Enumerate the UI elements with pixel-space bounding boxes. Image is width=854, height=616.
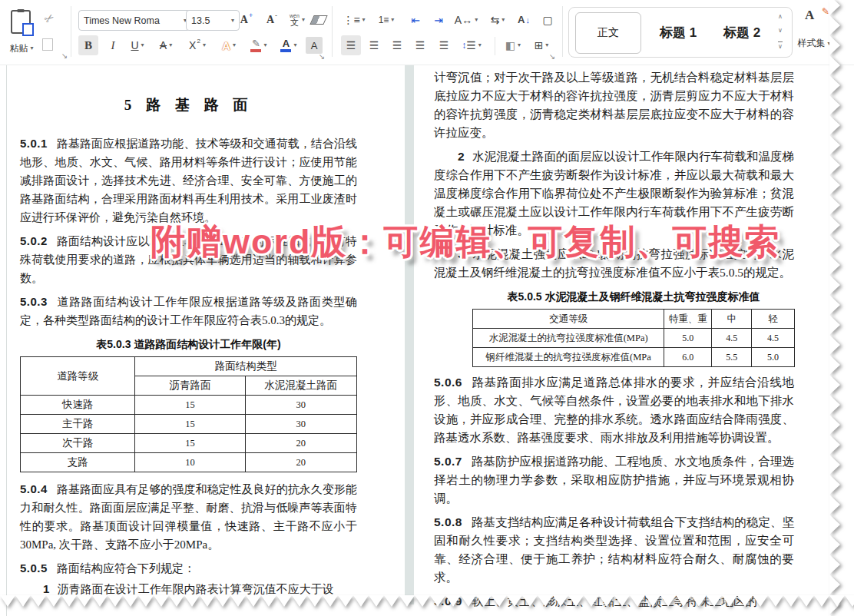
gallery-more-button[interactable]: ∨ (773, 40, 787, 51)
align-right-button[interactable]: ☰ (387, 35, 407, 55)
text-effects-button[interactable]: A ▾ (217, 35, 241, 55)
text-effects-icon: A (222, 39, 230, 52)
highlight-color-button[interactable]: ✎ ▾ (246, 35, 272, 55)
table-row: 主干路 15 30 (21, 415, 357, 434)
shading-button[interactable]: ◧ ▾ (501, 35, 525, 55)
table-cell: 15 (135, 434, 245, 453)
justify-button[interactable]: ☰ (410, 35, 430, 55)
bullet-list-button[interactable]: ⋮≡ ▾ (341, 10, 367, 29)
ribbon-toolbar: 粘贴 ▾ ✂ ↘ Times New Roma ▾ 13.5 ▾ A + A - (0, 0, 854, 65)
chevron-down-icon: ▾ (518, 42, 521, 48)
launcher-arrow-icon: ↘ (319, 52, 325, 61)
underline-icon: U (131, 39, 138, 51)
document-page-left[interactable]: 5 路 基 路 面 5.0.1路基路面应根据道路功能、技术等级和交通荷载，结合沿… (6, 65, 405, 616)
gallery-up-button[interactable]: ∧ (773, 11, 787, 22)
sort-button[interactable]: A ↓ (513, 10, 535, 29)
clause-text: 软土、黄土、膨胀土、红黏土、盐渍土等特殊土地区的 (472, 594, 757, 608)
distribute-icon: ☰ (439, 40, 449, 51)
style-set-label-button[interactable]: 样式集 ▾ (791, 37, 837, 50)
align-left-button[interactable]: ☰ (341, 35, 361, 55)
paste-label: 粘贴 (9, 42, 28, 55)
chevron-down-icon: ▾ (203, 42, 206, 48)
table-header: 交通等级 (473, 310, 664, 329)
text-direction-button[interactable]: A↔ ▾ (452, 10, 481, 29)
style-set-button[interactable]: A ✎ (805, 8, 826, 29)
table-cell: 5.5 (712, 348, 752, 367)
clause-text: 路基防护应根据道路功能、工程地质、水文地质条件，合理选择岩土的物理力学参数，采取… (434, 455, 794, 505)
phonetic-guide-button[interactable]: wén 文 ▾ (284, 10, 310, 29)
table-header: 路面结构类型 (135, 357, 357, 376)
superscript-button[interactable]: X 2 ▾ (184, 35, 210, 55)
mini-separator (495, 37, 495, 55)
table-caption-503: 表5.0.3 道路路面结构设计工作年限(年) (20, 335, 357, 353)
style-chip-heading2[interactable]: 标题 2 (715, 12, 769, 52)
style-chip-normal[interactable]: 正文 (575, 12, 641, 54)
chevron-down-icon: ▾ (141, 42, 144, 48)
swap-arrows-icon: ⇆ (491, 15, 500, 25)
clause-text: 道路路面结构设计工作年限应根据道路等级及路面类型确定，各种类型路面结构的设计工作… (20, 296, 357, 326)
clipboard-dialog-launcher[interactable]: ↘ (58, 49, 71, 61)
clipboard-tab (18, 9, 25, 12)
clause-number: 5.0.9 (434, 594, 462, 608)
strikethrough-button[interactable]: A ▾ (154, 35, 178, 55)
line-spacing-button[interactable]: ↕ ☰ ▾ (458, 35, 485, 55)
clause-number: 5.0.5 (20, 561, 48, 575)
paragraph-5-0-9: 5.0.9软土、黄土、膨胀土、红黏土、盐渍土等特殊土地区的 (434, 592, 794, 611)
clause-number: 5.0.8 (434, 515, 462, 528)
copy-button[interactable] (38, 35, 57, 54)
text-frame-button[interactable]: ▢ (538, 10, 558, 29)
table-503: 道路等级 路面结构类型 沥青路面 水泥混凝土路面 快速路 15 30 主干路 1… (20, 356, 357, 472)
clear-format-button[interactable] (310, 12, 327, 28)
table-cell: 钢纤维混凝土的抗弯拉强度标准值(MPa (473, 348, 664, 367)
page-gap (405, 65, 414, 604)
bold-button[interactable]: B (78, 35, 98, 55)
font-dialog-launcher[interactable]: ↘ (316, 51, 327, 61)
borders-grid-icon: ⊞ (535, 40, 544, 51)
promo-watermark: 附赠word版：可编辑、可复制、可搜索 (151, 219, 781, 265)
style-normal-label: 正文 (597, 26, 619, 40)
item-text: 沥青路面在设计工作年限内路表计算弯沉值不应大于设 (58, 583, 334, 595)
paragraph-5-0-6: 5.0.6路基路面排水应满足道路总体排水的要求，并应结合沿线地形、地质、水文、气… (434, 373, 794, 447)
paragraph-5-0-3: 5.0.3道路路面结构设计工作年限应根据道路等级及路面类型确定，各种类型路面结构… (20, 293, 357, 330)
table-header: 中 (712, 310, 752, 329)
table-header: 道路等级 (21, 357, 135, 396)
font-color-button[interactable]: A ▾ (276, 35, 301, 55)
group-separator (332, 6, 333, 57)
paragraph-continuation: 计弯沉值；对于次干路及以上等级道路，无机结合料稳定材料基层层底拉应力不应大于材料… (434, 68, 794, 142)
paragraph-dialog-launcher[interactable]: ↘ (547, 51, 558, 61)
cut-button[interactable]: ✂ (40, 9, 58, 28)
table-row: 水泥混凝土的抗弯拉强度标准值(MPa) 5.0 4.5 4.5 (473, 329, 795, 348)
font-size-select[interactable]: 13.5 ▾ (186, 10, 240, 31)
increase-indent-button[interactable]: ⇥ (429, 10, 449, 29)
gallery-down-button[interactable]: ∨ (773, 25, 787, 36)
bullet-list-icon: ⋮≡ (343, 15, 359, 25)
chevron-up-icon: ∧ (778, 13, 783, 20)
decrease-indent-button[interactable]: ⇤ (405, 10, 425, 29)
table-cell: 20 (245, 453, 356, 472)
table-cell: 6.0 (664, 348, 712, 367)
align-left-icon: ☰ (346, 40, 356, 51)
launcher-arrow-icon: ↘ (549, 52, 555, 61)
decrease-font-button[interactable]: A - (261, 10, 283, 29)
document-page-right[interactable]: 计弯沉值；对于次干路及以上等级道路，无机结合料稳定材料基层层底拉应力不应大于材料… (414, 65, 832, 616)
style-chip-heading1[interactable]: 标题 1 (646, 12, 710, 52)
paste-dropdown-button[interactable]: 粘贴 ▾ (2, 41, 41, 55)
highlight-color-bar (250, 49, 261, 52)
paste-button[interactable] (6, 5, 35, 38)
font-name-select[interactable]: Times New Roma ▾ (78, 10, 192, 31)
clause-number: 5.0.3 (20, 295, 48, 308)
clause-text: 路基路面应具有足够的强度和稳定性及良好的抗永久变形能力和耐久性。路面面层应满足平… (20, 483, 357, 551)
text-direction-icon: A↔ (455, 15, 472, 25)
increase-font-button[interactable]: A + (235, 10, 258, 29)
asian-layout-button[interactable]: ⇆ ▾ (485, 10, 510, 29)
chevron-down-icon: ▾ (302, 17, 305, 23)
italic-button[interactable]: I (103, 35, 123, 55)
underline-button[interactable]: U ▾ (126, 35, 149, 55)
highlighter-pen-icon: ✎ (252, 38, 260, 48)
align-center-button[interactable]: ☰ (364, 35, 384, 55)
numbered-list-button[interactable]: 1≡ ▾ (373, 10, 399, 29)
chevron-down-icon: ▾ (362, 17, 366, 23)
table-cell: 主干路 (21, 415, 135, 434)
distribute-button[interactable]: ☰ (433, 35, 455, 55)
italic-icon: I (111, 39, 115, 52)
